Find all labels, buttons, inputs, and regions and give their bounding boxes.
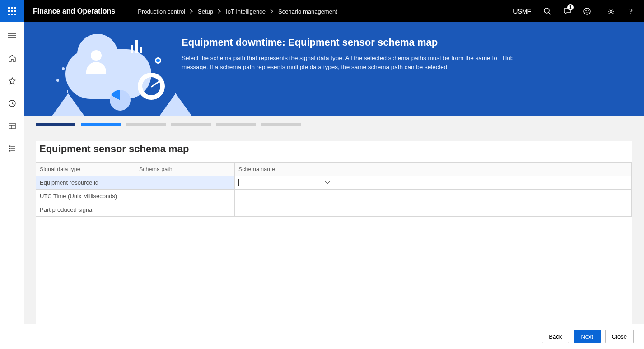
recent-icon[interactable] — [4, 95, 20, 112]
back-button[interactable]: Back — [542, 330, 569, 343]
breadcrumb-item[interactable]: Production control — [138, 8, 185, 15]
wizard-step[interactable] — [216, 123, 256, 126]
page-title: Equipment downtime: Equipment sensor sch… — [182, 37, 533, 48]
cell-filler — [334, 190, 632, 203]
page-description: Select the schema path that represents t… — [182, 54, 533, 71]
topbar: Finance and Operations Production contro… — [0, 0, 644, 22]
wizard-footer: Back Next Close — [24, 324, 644, 349]
cell-filler — [334, 203, 632, 217]
chevron-right-icon — [218, 9, 221, 14]
cell-schema-path[interactable] — [135, 203, 235, 217]
table-row[interactable]: Part produced signal — [36, 203, 632, 217]
chevron-right-icon — [190, 9, 193, 14]
help-icon[interactable] — [621, 0, 641, 22]
sidebar — [0, 22, 24, 349]
breadcrumb-item[interactable]: IoT Intelligence — [226, 8, 266, 15]
messages-icon[interactable]: 1 — [557, 0, 577, 22]
chevron-right-icon — [270, 9, 274, 14]
cell-schema-name[interactable] — [235, 190, 334, 203]
section-title: Equipment sensor schema map — [36, 141, 632, 162]
table-row[interactable]: UTC Time (Unix Milliseconds) — [36, 190, 632, 203]
cell-signal-type[interactable]: Part produced signal — [36, 203, 135, 217]
svg-point-2 — [584, 8, 590, 14]
close-button[interactable]: Close — [605, 330, 634, 343]
modules-icon[interactable] — [4, 140, 20, 157]
column-filler — [334, 163, 632, 176]
schema-table: Signal data type Schema path Schema name… — [36, 162, 632, 217]
svg-point-3 — [586, 10, 586, 11]
hero-illustration — [24, 22, 180, 116]
app-title: Finance and Operations — [24, 0, 125, 22]
svg-point-0 — [544, 8, 549, 13]
svg-point-6 — [630, 13, 631, 14]
wizard-step[interactable] — [126, 123, 166, 126]
nav-expand-icon[interactable] — [4, 28, 20, 44]
breadcrumb-item[interactable]: Scenario management — [278, 8, 337, 15]
workspaces-icon[interactable] — [4, 118, 20, 134]
svg-point-14 — [9, 146, 10, 147]
column-header[interactable]: Schema name — [235, 163, 334, 176]
cell-filler — [334, 176, 632, 190]
wizard-step[interactable] — [36, 123, 75, 126]
column-header[interactable]: Signal data type — [36, 163, 135, 176]
favorites-icon[interactable] — [4, 73, 20, 89]
table-row[interactable]: Equipment resource id — [36, 176, 632, 190]
notification-badge: 1 — [567, 4, 574, 10]
main: Equipment downtime: Equipment sensor sch… — [24, 22, 644, 349]
hero-banner: Equipment downtime: Equipment sensor sch… — [24, 22, 644, 116]
search-icon[interactable] — [537, 0, 557, 22]
separator — [599, 5, 599, 18]
waffle-icon — [8, 7, 16, 15]
svg-point-4 — [588, 10, 588, 11]
home-icon[interactable] — [4, 50, 20, 66]
cell-signal-type[interactable]: UTC Time (Unix Milliseconds) — [36, 190, 135, 203]
cell-schema-name-dropdown[interactable] — [235, 176, 334, 190]
text-cursor — [238, 179, 239, 186]
wizard-step[interactable] — [171, 123, 211, 126]
svg-point-18 — [9, 150, 10, 151]
next-button[interactable]: Next — [574, 330, 601, 343]
breadcrumb: Production control Setup IoT Intelligenc… — [125, 0, 507, 22]
cell-schema-path[interactable] — [135, 176, 235, 190]
svg-rect-11 — [9, 123, 15, 129]
chevron-down-icon — [325, 181, 330, 185]
content-card: Equipment sensor schema map Signal data … — [36, 141, 632, 324]
svg-point-5 — [610, 10, 612, 13]
wizard-step[interactable] — [81, 123, 121, 126]
legal-entity[interactable]: USMF — [507, 0, 537, 22]
cell-schema-path[interactable] — [135, 190, 235, 203]
cell-schema-name[interactable] — [235, 203, 334, 217]
svg-line-1 — [549, 13, 551, 14]
app-launcher[interactable] — [0, 0, 24, 22]
column-header[interactable]: Schema path — [135, 163, 235, 176]
wizard-steps — [24, 116, 644, 126]
topbar-right: USMF 1 — [507, 0, 644, 22]
breadcrumb-item[interactable]: Setup — [198, 8, 213, 15]
wizard-step[interactable] — [261, 123, 301, 126]
cell-signal-type[interactable]: Equipment resource id — [36, 176, 135, 190]
feedback-icon[interactable] — [577, 0, 597, 22]
svg-point-16 — [9, 148, 10, 149]
gear-icon[interactable] — [601, 0, 621, 22]
